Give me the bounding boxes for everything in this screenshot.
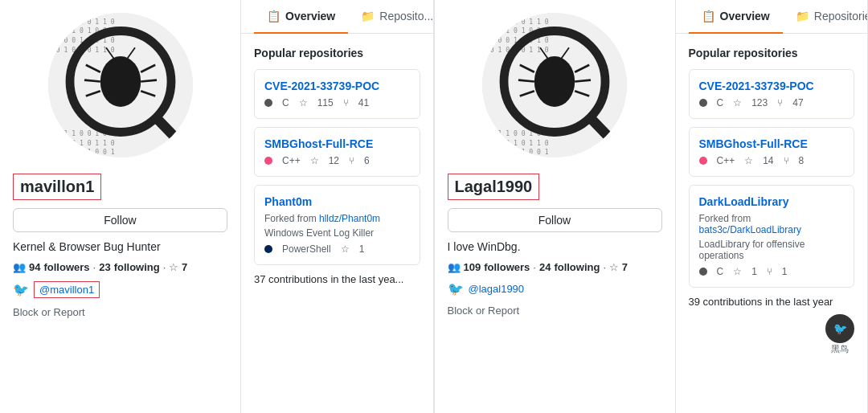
repo-fork-info-1-3: Forked from hlldz/Phant0m [264, 213, 410, 224]
repo-card-2-3: DarkLoadLibrary Forked from bats3c/DarkL… [689, 185, 855, 288]
panel-2: 0 1 1 0 1 0 1 1 0 1 0 1 1 0 1 0 0 1 0 1 … [435, 0, 869, 413]
repo-card-1-3: Phant0m Forked from hlldz/Phant0m Window… [254, 185, 420, 265]
block-report-2[interactable]: Block or Report [448, 305, 662, 317]
star-icon-2-1: ☆ [733, 97, 742, 108]
repo-name-2-2[interactable]: SMBGhost-Full-RCE [699, 137, 845, 150]
followers-label-1: followers [43, 261, 89, 273]
bio-1: Kernel & Browser Bug Hunter [13, 240, 227, 253]
sidebar-2: 0 1 1 0 1 0 1 1 0 1 0 1 1 0 1 0 0 1 0 1 … [435, 0, 676, 413]
forks-1-2: 6 [364, 155, 370, 166]
repo-card-1-1: CVE-2021-33739-POC C ☆ 115 ⑂ 41 [254, 69, 420, 119]
repo-meta-1-1: C ☆ 115 ⑂ 41 [264, 97, 410, 108]
following-count-2: 24 [539, 261, 551, 273]
repo-name-2-3[interactable]: DarkLoadLibrary [699, 195, 845, 208]
tab-overview-1[interactable]: 📋 Overview [254, 0, 348, 34]
svg-line-33 [518, 80, 534, 82]
repo-name-1-3[interactable]: Phant0m [264, 195, 410, 208]
popular-repos-title-2: Popular repositories [689, 47, 855, 59]
lang-label-2-1: C [717, 97, 724, 108]
fork-icon-2-2: ⑂ [784, 155, 789, 166]
lang-dot-1-2 [264, 157, 272, 165]
avatar-1: 0 1 1 0 1 0 1 1 0 1 0 1 1 0 1 0 0 1 0 1 … [48, 13, 193, 157]
repo-name-1-2[interactable]: SMBGhost-Full-RCE [264, 137, 410, 150]
panel-1: 0 1 1 0 1 0 1 1 0 1 0 1 1 0 1 0 0 1 0 1 … [0, 0, 434, 413]
stars-2-3: 1 [751, 266, 757, 277]
contributions-2: 39 contributions in the last year [689, 296, 855, 308]
tabs-1: 📋 Overview 📁 Reposito... [241, 0, 433, 34]
repo-meta-2-3: C ☆ 1 ⑂ 1 [699, 266, 845, 277]
tabs-2: 📋 Overview 📁 Repositories [676, 0, 868, 34]
watermark: 🐦 黑鸟 [825, 314, 854, 355]
fork-from-2-3[interactable]: bats3c/DarkLoadLibrary [699, 224, 801, 235]
svg-point-11 [109, 59, 131, 76]
watermark-label: 黑鸟 [831, 343, 849, 355]
star-icon-2-2: ☆ [744, 155, 753, 166]
twitter-link-1[interactable]: 🐦 @mavillon1 [13, 281, 227, 298]
lang-label-1-2: C++ [282, 155, 301, 166]
star-icon-1-3: ☆ [341, 243, 350, 255]
fork-from-1-3[interactable]: hlldz/Phant0m [319, 213, 380, 224]
twitter-icon-1: 🐦 [13, 282, 29, 297]
forks-2-2: 8 [799, 155, 805, 166]
lang-dot-1-1 [264, 99, 272, 107]
repo-meta-2-1: C ☆ 123 ⑂ 47 [699, 97, 845, 108]
twitter-link-2[interactable]: 🐦 @lagal1990 [448, 281, 662, 296]
stars-2-1: 123 [751, 97, 768, 108]
repo-meta-2-2: C++ ☆ 14 ⑂ 8 [699, 155, 845, 166]
content-1: 📋 Overview 📁 Reposito... Popular reposit… [241, 0, 433, 413]
contributions-1: 37 contributions in the last yea... [254, 273, 420, 285]
svg-text:0 1 1 0 1 0 1 1 0: 0 1 1 0 1 0 1 1 0 [482, 18, 549, 26]
stats-1: 👥 94 followers · 23 following · ☆ 7 [13, 261, 227, 273]
tab-overview-label-1: Overview [285, 10, 335, 22]
twitter-icon-2: 🐦 [448, 281, 464, 296]
svg-text:0 1 0 0 1 0 1 1 0: 0 1 0 0 1 0 1 1 0 [48, 139, 115, 147]
follow-button-2[interactable]: Follow [448, 208, 662, 232]
fork-icon-2-3: ⑂ [767, 266, 772, 277]
forks-2-3: 1 [782, 266, 788, 277]
star-icon-1-2: ☆ [310, 155, 319, 166]
stars-count-1: 7 [182, 261, 187, 273]
lang-dot-2-2 [699, 157, 707, 165]
block-report-1[interactable]: Block or Report [13, 306, 227, 318]
forks-1-1: 41 [358, 97, 369, 108]
username-1: mavillon1 [13, 174, 101, 200]
followers-count-2: 109 [464, 261, 481, 273]
lang-dot-2-3 [699, 268, 707, 276]
tab-repos-label-2: Repositories [814, 10, 867, 22]
svg-text:0 1 1 0 1 0 1 1 0: 0 1 1 0 1 0 1 1 0 [48, 18, 115, 26]
popular-repos-title-1: Popular repositories [254, 47, 420, 59]
tab-overview-label-2: Overview [720, 10, 770, 22]
lang-dot-1-3 [264, 245, 272, 253]
tab-repos-label-1: Reposito... [379, 10, 432, 22]
lang-label-2-2: C++ [717, 155, 735, 166]
content-body-2: Popular repositories CVE-2021-33739-POC … [676, 34, 868, 413]
svg-text:1 1 0 1 0 1 0 0 1: 1 1 0 1 0 1 0 0 1 [48, 148, 115, 156]
lang-dot-2-1 [699, 99, 707, 107]
svg-point-31 [544, 59, 566, 76]
following-label-2: following [554, 261, 600, 273]
repos-icon-2: 📁 [796, 10, 809, 22]
repo-card-1-2: SMBGhost-Full-RCE C++ ☆ 12 ⑂ 6 [254, 127, 420, 177]
repo-name-2-1[interactable]: CVE-2021-33739-POC [699, 80, 845, 92]
stats-2: 👥 109 followers · 24 following · ☆ 7 [448, 261, 662, 273]
following-count-1: 23 [99, 261, 110, 273]
tab-repos-2[interactable]: 📁 Repositories [783, 0, 867, 34]
star-icon-2-3: ☆ [733, 266, 742, 277]
stars-2-2: 14 [763, 155, 773, 166]
tab-overview-2[interactable]: 📋 Overview [689, 0, 783, 34]
lang-label-2-3: C [717, 266, 724, 277]
repo-fork-info-2-3: Forked from bats3c/DarkLoadLibrary [699, 213, 845, 235]
star-icon-1-1: ☆ [299, 97, 308, 108]
twitter-handle-1: @mavillon1 [34, 281, 100, 298]
tab-repos-1[interactable]: 📁 Reposito... [348, 0, 432, 34]
repo-card-2-2: SMBGhost-Full-RCE C++ ☆ 14 ⑂ 8 [689, 127, 855, 177]
follow-button-1[interactable]: Follow [13, 208, 227, 232]
avatar-2: 0 1 1 0 1 0 1 1 0 1 0 1 1 0 1 0 0 1 0 1 … [482, 13, 627, 157]
twitter-handle-2: @lagal1990 [469, 283, 525, 295]
stars-1-3: 1 [359, 243, 365, 255]
forks-2-1: 47 [792, 97, 803, 108]
overview-icon-2: 📋 [702, 10, 715, 22]
repo-name-1-1[interactable]: CVE-2021-33739-POC [264, 80, 410, 92]
fork-icon-2-1: ⑂ [777, 97, 783, 108]
bio-2: I love WinDbg. [448, 240, 662, 253]
